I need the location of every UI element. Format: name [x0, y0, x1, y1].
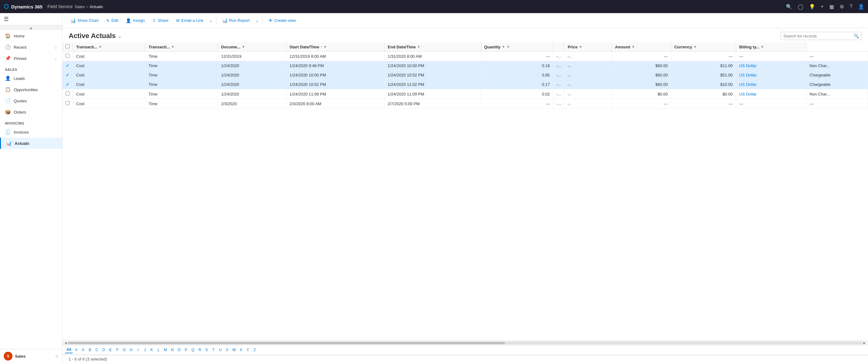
sidebar-item-orders[interactable]: 📦 Orders	[0, 107, 62, 118]
assign-button[interactable]: 👤 Assign	[123, 17, 148, 25]
row-check-cell[interactable]	[62, 52, 73, 61]
alpha-btn-d[interactable]: D	[100, 347, 107, 353]
share-button[interactable]: ⇧ Share	[149, 17, 172, 25]
sidebar-item-quotes[interactable]: 📄 Quotes	[0, 95, 62, 107]
currency-cell[interactable]: ---	[736, 52, 806, 61]
filter-currency-icon[interactable]: ▼	[693, 45, 697, 49]
table-row[interactable]: CostTime1/24/20201/24/2020 11:08 PM1/24/…	[62, 89, 868, 99]
filter-amount-icon[interactable]: ▼	[631, 45, 635, 49]
table-row[interactable]: ✓CostTime1/24/20201/24/2020 9:48 PM1/24/…	[62, 61, 868, 70]
alpha-btn-all[interactable]: All	[65, 346, 73, 353]
alpha-btn-#[interactable]: #	[73, 347, 80, 353]
table-container[interactable]: Transacti... ▼ Transacti... ▼	[62, 42, 868, 340]
alpha-btn-h[interactable]: H	[128, 347, 134, 353]
row-check-cell[interactable]: ✓	[62, 80, 73, 89]
currency-cell[interactable]: US Dollar	[736, 80, 806, 89]
run-report-button[interactable]: 📊 Run Report	[219, 17, 253, 25]
currency-cell[interactable]: US Dollar	[736, 70, 806, 80]
row-check-cell[interactable]: ✓	[62, 70, 73, 80]
filter-quantity-icon-2[interactable]: ▼	[506, 45, 510, 49]
more-dropdown-button[interactable]: ⌄	[208, 17, 214, 24]
settings-icon[interactable]: ⚙	[840, 4, 844, 10]
alpha-btn-b[interactable]: B	[86, 347, 93, 353]
filter-transaction-category-icon[interactable]: ▼	[171, 45, 175, 49]
search-input[interactable]	[783, 34, 854, 38]
create-view-button[interactable]: 👁 Create view	[265, 17, 299, 25]
alpha-btn-x[interactable]: X	[238, 347, 244, 353]
currency-cell[interactable]: US Dollar	[736, 89, 806, 99]
search-icon[interactable]: 🔍	[786, 4, 792, 10]
alpha-btn-n[interactable]: N	[169, 347, 176, 353]
row-check-cell[interactable]: ✓	[62, 61, 73, 70]
brand[interactable]: ⬡ Dynamics 365	[4, 3, 42, 10]
alpha-btn-c[interactable]: C	[93, 347, 100, 353]
run-report-dropdown-button[interactable]: ⌄	[254, 17, 260, 24]
alpha-btn-z[interactable]: Z	[251, 347, 258, 353]
alpha-btn-v[interactable]: V	[224, 347, 230, 353]
help-icon[interactable]: ?	[849, 4, 852, 9]
alpha-btn-q[interactable]: Q	[189, 347, 196, 353]
table-row[interactable]: CostTime2/3/20202/3/2020 8:00 AM2/7/2020…	[62, 99, 868, 109]
filter-start-datetime-icon[interactable]: ▼	[323, 45, 327, 49]
filter-quantity-icon[interactable]: ▼	[502, 45, 505, 49]
sidebar-item-actuals[interactable]: 📊 Actuals	[0, 138, 62, 149]
filter-billing-type-icon[interactable]: ▼	[761, 45, 764, 49]
alpha-btn-r[interactable]: R	[196, 347, 203, 353]
horizontal-scrollbar[interactable]: ◀ ▶	[62, 340, 868, 345]
lightbulb-icon[interactable]: 💡	[809, 4, 815, 10]
alpha-btn-l[interactable]: L	[155, 347, 162, 353]
alpha-btn-j[interactable]: J	[141, 347, 148, 353]
sidebar-item-pinned[interactable]: 📌 Pinned ⌄	[0, 53, 62, 64]
sidebar-item-opportunities[interactable]: 📋 Opportunities	[0, 84, 62, 95]
filter-icon[interactable]: ▦	[829, 4, 834, 10]
alpha-btn-o[interactable]: O	[176, 347, 183, 353]
filter-document-icon[interactable]: ▼	[242, 45, 245, 49]
sidebar-item-leads[interactable]: 👤 Leads	[0, 73, 62, 84]
page-title-chevron-icon[interactable]: ⌄	[118, 33, 122, 39]
scroll-left-icon[interactable]: ◀	[64, 341, 68, 344]
alpha-btn-e[interactable]: E	[107, 347, 114, 353]
select-all-checkbox[interactable]	[65, 44, 69, 49]
circle-check-icon[interactable]: ◯	[798, 4, 803, 10]
filter-end-datetime-icon[interactable]: ▼	[417, 45, 421, 49]
alpha-btn-u[interactable]: U	[217, 347, 224, 353]
currency-cell[interactable]: US Dollar	[736, 61, 806, 70]
sidebar-scroll-up[interactable]: ▲	[0, 25, 62, 30]
scroll-thumb[interactable]	[68, 342, 505, 344]
alpha-btn-k[interactable]: K	[148, 347, 155, 353]
edit-button[interactable]: ✎ Edit	[103, 17, 121, 25]
filter-transaction-type-icon[interactable]: ▼	[99, 45, 102, 49]
filter-price-icon[interactable]: ▼	[579, 45, 582, 49]
breadcrumb-parent[interactable]: Sales	[74, 4, 85, 9]
alpha-btn-p[interactable]: P	[183, 347, 189, 353]
alpha-btn-t[interactable]: T	[210, 347, 217, 353]
table-row[interactable]: CostTime12/31/201912/31/2019 8:00 AM1/31…	[62, 52, 868, 61]
scroll-right-icon[interactable]: ▶	[862, 341, 867, 344]
alpha-btn-i[interactable]: I	[134, 347, 141, 353]
email-link-button[interactable]: ✉ Email a Link	[173, 17, 207, 25]
currency-cell[interactable]: ---	[736, 99, 806, 109]
sidebar-item-invoices[interactable]: 🧾 Invoices	[0, 126, 62, 138]
row-checkbox[interactable]	[65, 54, 69, 58]
row-checkbox[interactable]	[65, 91, 69, 95]
sidebar-item-recent[interactable]: 🕐 Recent ⌄	[0, 41, 62, 53]
sidebar-avatar[interactable]: S	[4, 352, 12, 361]
row-checkbox[interactable]	[65, 101, 69, 105]
hamburger-icon[interactable]: ☰	[4, 16, 9, 23]
row-check-cell[interactable]	[62, 99, 73, 109]
plus-icon[interactable]: +	[821, 4, 824, 9]
user-icon[interactable]: 👤	[858, 4, 864, 10]
sort-start-datetime-icon[interactable]: ↑	[320, 45, 322, 49]
col-check[interactable]	[62, 42, 73, 52]
alpha-btn-f[interactable]: F	[114, 347, 121, 353]
show-chart-button[interactable]: 📊 Show Chart	[67, 17, 102, 25]
alpha-btn-w[interactable]: W	[230, 347, 238, 353]
alpha-btn-s[interactable]: S	[203, 347, 210, 353]
table-row[interactable]: ✓CostTime1/24/20201/24/2020 10:00 PM1/24…	[62, 70, 868, 80]
alpha-btn-a[interactable]: A	[80, 347, 86, 353]
row-check-cell[interactable]	[62, 89, 73, 99]
alpha-btn-m[interactable]: M	[162, 347, 169, 353]
sidebar-item-home[interactable]: 🏠 Home	[0, 30, 62, 41]
table-row[interactable]: ✓CostTime1/24/20201/24/2020 10:52 PM1/24…	[62, 80, 868, 89]
sidebar-bottom-chevron-icon[interactable]: ◇	[56, 354, 58, 358]
